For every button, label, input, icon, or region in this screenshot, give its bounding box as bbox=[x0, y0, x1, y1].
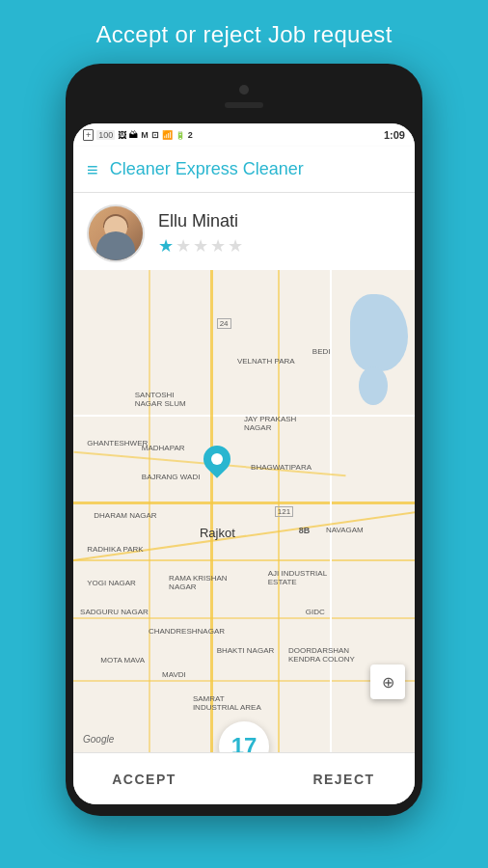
accept-button[interactable]: ACCEPT bbox=[73, 753, 215, 804]
map-label-bajrang: BAJRANG WADI bbox=[142, 473, 201, 481]
map-label-bedi: BEDI bbox=[312, 347, 331, 356]
status-left: + 100 🖼 🏔 M ⊡ 📶 🔋 2 bbox=[83, 129, 193, 141]
map-label-24: 24 bbox=[217, 318, 231, 329]
user-info: Ellu Minati ★ ★ ★ ★ ★ bbox=[158, 211, 243, 257]
user-name: Ellu Minati bbox=[158, 211, 243, 231]
map-label-motamava: MOTA MAVA bbox=[100, 656, 145, 665]
map-label-bhakti: BHAKTI NAGAR bbox=[217, 646, 275, 655]
map-label-ajiindustrial: AJI INDUSTRIALESTATE bbox=[268, 569, 327, 586]
star-2: ★ bbox=[176, 235, 191, 257]
map-label-8b: 8B bbox=[299, 526, 311, 535]
map-label-121: 121 bbox=[275, 506, 293, 517]
star-rating: ★ ★ ★ ★ ★ bbox=[158, 235, 243, 257]
action-divider bbox=[215, 753, 273, 804]
map-label-bhagwati: BHAGWATIPARA bbox=[251, 463, 312, 472]
reject-button[interactable]: REJECT bbox=[273, 753, 415, 804]
star-4: ★ bbox=[210, 235, 226, 257]
user-section: Ellu Minati ★ ★ ★ ★ ★ bbox=[73, 193, 415, 270]
star-3: ★ bbox=[193, 235, 208, 257]
status-right: 1:09 bbox=[384, 129, 405, 141]
map-background: GHANTESHWER SANTOSHINAGAR SLUM VELNATH P… bbox=[73, 270, 415, 752]
map-label-gidc: GIDC bbox=[306, 608, 325, 616]
google-watermark: Google bbox=[83, 734, 114, 745]
map-label-madhapar: MADHAPAR bbox=[142, 444, 185, 452]
hamburger-icon[interactable]: ≡ bbox=[87, 160, 98, 179]
app-bar: ≡ Cleaner Express Cleaner bbox=[73, 147, 415, 193]
map-label-velnath: VELNATH PARA bbox=[237, 357, 295, 366]
map-label-chandresh: CHANDRESHNAGAR bbox=[149, 627, 225, 636]
map-label-navagam: NAVAGAM bbox=[326, 526, 364, 534]
map-label-ghanteshwer: GHANTESHWER bbox=[87, 439, 148, 448]
phone-speaker bbox=[225, 102, 263, 108]
action-bar: ACCEPT REJECT bbox=[73, 752, 415, 804]
map-label-jayprakash: JAY PRAKASHNAGAR bbox=[244, 415, 296, 432]
map-label-yoginagar: YOGI NAGAR bbox=[87, 579, 136, 587]
map-label-doordarshan: DOORDARSHANKENDRA COLONY bbox=[288, 646, 355, 664]
map-label-rajkot: Rajkot bbox=[200, 526, 235, 540]
status-bar: + 100 🖼 🏔 M ⊡ 📶 🔋 2 1:09 bbox=[73, 123, 415, 147]
phone-shell: + 100 🖼 🏔 M ⊡ 📶 🔋 2 1:09 ≡ Cleaner Expre… bbox=[66, 64, 422, 816]
map-label-radhika: RADHIKA PARK bbox=[87, 545, 144, 554]
star-5: ★ bbox=[228, 235, 243, 257]
phone-camera bbox=[239, 85, 249, 95]
app-bar-title: Cleaner Express Cleaner bbox=[110, 159, 304, 179]
map-label-dharamnagar: DHARAM NAGAR bbox=[94, 511, 156, 520]
page-title: Accept or reject Job request bbox=[76, 0, 411, 64]
location-button[interactable]: ⊕ bbox=[370, 665, 405, 699]
map-label-santoshi: SANTOSHINAGAR SLUM bbox=[135, 391, 186, 408]
avatar bbox=[87, 204, 145, 262]
map-label-sadguru: SADGURU NAGAR bbox=[80, 608, 149, 616]
timer-value: 17 bbox=[231, 733, 258, 752]
location-icon: ⊕ bbox=[382, 673, 394, 692]
star-1: ★ bbox=[158, 235, 174, 257]
map-label-samrat: SAMRATINDUSTRIAL AREA bbox=[193, 694, 261, 712]
map-label-ramakrishna: RAMA KRISHANNAGAR bbox=[169, 574, 227, 591]
status-time: 1:09 bbox=[384, 129, 405, 141]
map-label-mavdi: MAVDI bbox=[162, 670, 186, 679]
map-area[interactable]: GHANTESHWER SANTOSHINAGAR SLUM VELNATH P… bbox=[73, 270, 415, 752]
map-pin bbox=[203, 446, 230, 473]
phone-screen: + 100 🖼 🏔 M ⊡ 📶 🔋 2 1:09 ≡ Cleaner Expre… bbox=[73, 123, 415, 804]
